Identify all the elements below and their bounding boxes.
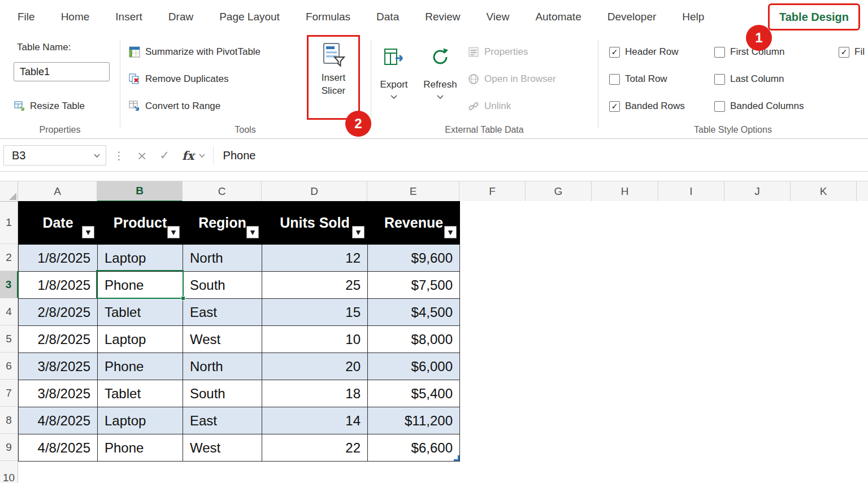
cell-B3[interactable]: Phone [98, 272, 183, 299]
column-header-J[interactable]: J [724, 181, 791, 202]
cell-B7[interactable]: Tablet [98, 380, 183, 407]
filter-button-revenue[interactable]: ▼ [444, 226, 457, 238]
table-header-units-sold[interactable]: Units Sold▼ [262, 202, 368, 245]
export-button[interactable]: Export [373, 38, 415, 127]
cell-B6[interactable]: Phone [98, 353, 183, 380]
cell-D3[interactable]: 25 [262, 272, 368, 299]
row-header-3[interactable]: 3 [0, 271, 18, 298]
checkbox-box[interactable]: ✓ [839, 47, 849, 58]
table-header-revenue[interactable]: Revenue▼ [368, 202, 460, 245]
cell-C3[interactable]: South [183, 272, 262, 299]
table-header-date[interactable]: Date▼ [19, 202, 98, 245]
checkbox-header-row[interactable]: ✓Header Row [609, 43, 685, 61]
cell-A3[interactable]: 1/8/2025 [19, 272, 98, 299]
column-header-D[interactable]: D [262, 181, 367, 202]
row-header-9[interactable]: 9 [0, 434, 18, 461]
cell-C5[interactable]: West [183, 326, 262, 353]
cell-A6[interactable]: 3/8/2025 [19, 353, 98, 380]
chevron-down-icon[interactable] [199, 154, 205, 158]
cell-E7[interactable]: $5,400 [368, 380, 460, 407]
chevron-down-icon[interactable] [94, 154, 100, 158]
cell-E9[interactable]: $6,600 [368, 434, 460, 462]
tab-view[interactable]: View [474, 0, 523, 34]
tab-help[interactable]: Help [669, 0, 717, 34]
filter-button-product[interactable]: ▼ [167, 226, 180, 238]
column-header-F[interactable]: F [459, 181, 526, 202]
cell-D9[interactable]: 22 [262, 434, 368, 462]
checkbox-box[interactable]: ✓ [609, 101, 620, 112]
cell-E4[interactable]: $4,500 [368, 299, 460, 326]
row-header-6[interactable]: 6 [0, 353, 18, 380]
checkbox-box[interactable]: ✓ [609, 47, 620, 58]
cell-C9[interactable]: West [183, 434, 262, 462]
tab-review[interactable]: Review [412, 0, 473, 34]
checkbox-total-row[interactable]: Total Row [609, 70, 685, 88]
ribbon-button-remove-duplicates[interactable]: Remove Duplicates [129, 70, 261, 88]
tab-home[interactable]: Home [48, 0, 103, 34]
row-header-10[interactable]: 10 [0, 461, 18, 483]
column-header-B[interactable]: B [97, 181, 183, 202]
checkbox-box[interactable] [609, 74, 620, 85]
column-header-I[interactable]: I [658, 181, 724, 202]
filter-button-units-sold[interactable]: ▼ [352, 226, 364, 238]
cell-A9[interactable]: 4/8/2025 [19, 434, 98, 462]
cell-E8[interactable]: $11,200 [368, 407, 460, 434]
cell-B2[interactable]: Laptop [98, 245, 183, 272]
column-header-E[interactable]: E [367, 181, 459, 202]
cell-A7[interactable]: 3/8/2025 [19, 380, 98, 407]
column-header-C[interactable]: C [183, 181, 262, 202]
checkbox-box[interactable] [714, 47, 725, 58]
row-header-4[interactable]: 4 [0, 298, 18, 325]
cell-E2[interactable]: $9,600 [368, 245, 460, 272]
table-header-region[interactable]: Region▼ [183, 202, 262, 245]
cell-C8[interactable]: East [183, 407, 262, 434]
ribbon-button-summarize-with-pivottable[interactable]: Summarize with PivotTable [129, 43, 261, 61]
more-options-icon[interactable]: ⋮ [114, 149, 124, 162]
cancel-icon[interactable]: × [137, 149, 147, 163]
tab-developer[interactable]: Developer [594, 0, 670, 34]
cell-A2[interactable]: 1/8/2025 [19, 245, 98, 272]
cell-C4[interactable]: East [183, 299, 262, 326]
select-all-button[interactable] [0, 181, 18, 202]
cell-C2[interactable]: North [183, 245, 262, 272]
tab-draw[interactable]: Draw [155, 0, 206, 34]
cell-A8[interactable]: 4/8/2025 [19, 407, 98, 434]
column-header-A[interactable]: A [18, 181, 97, 202]
enter-icon[interactable]: ✓ [159, 149, 170, 162]
row-header-5[interactable]: 5 [0, 325, 18, 353]
name-box[interactable]: B3 [3, 145, 106, 166]
cell-E6[interactable]: $6,000 [368, 353, 460, 380]
cell-C7[interactable]: South [183, 380, 262, 407]
column-header-G[interactable]: G [526, 181, 592, 202]
checkbox-box[interactable] [714, 101, 725, 112]
filter-button-region[interactable]: ▼ [246, 226, 259, 238]
table-resize-handle[interactable] [454, 455, 459, 461]
tab-formulas[interactable]: Formulas [293, 0, 363, 34]
table-header-product[interactable]: Product▼ [98, 202, 183, 245]
insert-function-icon[interactable]: fx [182, 149, 194, 163]
cell-C6[interactable]: North [183, 353, 262, 380]
tab-data[interactable]: Data [363, 0, 412, 34]
cell-D4[interactable]: 15 [262, 299, 368, 326]
cell-D8[interactable]: 14 [262, 407, 368, 434]
cell-E5[interactable]: $8,000 [368, 326, 460, 353]
cell-B4[interactable]: Tablet [98, 299, 183, 326]
row-header-8[interactable]: 8 [0, 407, 18, 434]
resize-table-button[interactable]: Resize Table [14, 97, 85, 115]
cell-B5[interactable]: Laptop [98, 326, 183, 353]
checkbox-last-column[interactable]: Last Column [714, 70, 804, 88]
formula-input[interactable]: Phone [223, 149, 256, 162]
row-header-2[interactable]: 2 [0, 244, 18, 271]
cell-D7[interactable]: 18 [262, 380, 368, 407]
cell-D2[interactable]: 12 [262, 245, 368, 272]
table-name-input[interactable] [14, 62, 110, 81]
refresh-button[interactable]: Refresh [419, 38, 461, 127]
cell-A4[interactable]: 2/8/2025 [19, 299, 98, 326]
checkbox-banded-columns[interactable]: Banded Columns [714, 97, 804, 115]
cell-D5[interactable]: 10 [262, 326, 368, 353]
tab-page-layout[interactable]: Page Layout [206, 0, 293, 34]
column-header-K[interactable]: K [791, 181, 857, 202]
checkbox-box[interactable] [714, 74, 725, 85]
tab-table-design[interactable]: Table Design [768, 3, 860, 31]
cell-A5[interactable]: 2/8/2025 [19, 326, 98, 353]
